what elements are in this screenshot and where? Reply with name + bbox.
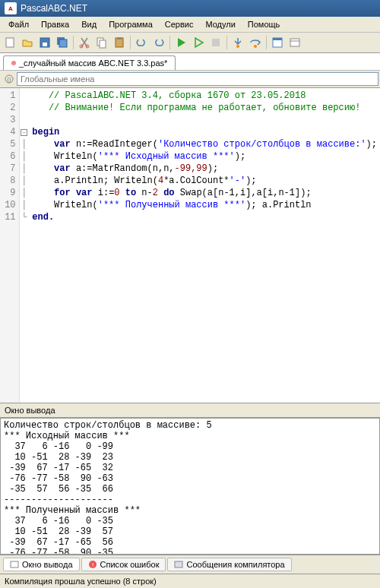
new-file-button[interactable] (2, 34, 18, 51)
code-area[interactable]: // PascalABC.NET 3.4, сборка 1670 от 23.… (29, 88, 380, 403)
svg-rect-15 (273, 38, 282, 40)
step-into-button[interactable] (230, 34, 246, 51)
svg-point-12 (236, 45, 239, 48)
bottom-tab-bar: Окно вывода ! Список ошибок Сообщения ко… (0, 555, 380, 574)
status-bar: Компиляция прошла успешно (8 строк) (0, 574, 380, 588)
tab-errors[interactable]: ! Список ошибок (81, 558, 166, 571)
title-bar: A PascalABC.NET (0, 0, 380, 17)
run-no-debug-button[interactable] (190, 34, 207, 51)
globals-icon: {} (3, 73, 15, 85)
app-logo-icon: A (5, 2, 17, 14)
tab-compiler[interactable]: Сообщения компилятора (167, 558, 291, 571)
menu-bar: Файл Правка Вид Программа Сервис Модули … (0, 17, 380, 33)
file-tab[interactable]: _случайный массив ABC.NET 3.3.pas* (3, 55, 176, 70)
menu-view[interactable]: Вид (76, 18, 102, 30)
save-all-button[interactable] (54, 34, 71, 51)
app-title: PascalABC.NET (21, 3, 87, 14)
svg-rect-23 (175, 561, 182, 567)
fold-gutter: −││││││└ (20, 88, 30, 403)
paste-button[interactable] (111, 34, 128, 51)
svg-rect-0 (6, 38, 14, 47)
compiler-icon (174, 560, 183, 569)
svg-rect-8 (100, 40, 106, 48)
menu-program[interactable]: Программа (103, 18, 158, 30)
svg-point-13 (254, 45, 257, 48)
search-bar: {} (0, 71, 380, 88)
cut-button[interactable] (76, 34, 93, 51)
globals-input[interactable] (17, 72, 378, 86)
tab-output[interactable]: Окно вывода (3, 558, 80, 571)
menu-edit[interactable]: Правка (36, 18, 74, 30)
output-panel-title: Окно вывода (0, 403, 380, 418)
form-button[interactable] (269, 34, 286, 51)
output-icon (10, 560, 19, 569)
output-panel[interactable]: Количество строк/столбцов в массиве: 5 *… (0, 418, 380, 555)
svg-rect-10 (117, 37, 122, 40)
run-button[interactable] (173, 34, 189, 51)
svg-text:!: ! (91, 561, 93, 568)
toolbar (0, 33, 380, 53)
save-button[interactable] (36, 34, 53, 51)
tab-bar: _случайный массив ABC.NET 3.3.pas* (0, 53, 380, 71)
errors-icon: ! (88, 560, 97, 569)
svg-rect-4 (59, 40, 67, 47)
svg-text:{}: {} (7, 76, 11, 83)
undo-button[interactable] (133, 34, 150, 51)
module-button[interactable] (287, 34, 303, 51)
tab-label: _случайный массив ABC.NET 3.3.pas* (19, 58, 167, 68)
svg-rect-20 (11, 561, 18, 567)
step-over-button[interactable] (247, 34, 264, 51)
svg-rect-16 (290, 39, 299, 46)
copy-button[interactable] (93, 34, 110, 51)
line-gutter: 1234567891011 (0, 88, 20, 403)
menu-help[interactable]: Помощь (242, 18, 286, 30)
svg-rect-2 (43, 43, 47, 46)
menu-file[interactable]: Файл (3, 18, 34, 30)
open-button[interactable] (19, 34, 36, 51)
redo-button[interactable] (150, 34, 167, 51)
svg-rect-11 (212, 39, 220, 46)
code-editor[interactable]: 1234567891011 −││││││└ // PascalABC.NET … (0, 88, 380, 403)
modified-dot-icon (11, 61, 16, 65)
stop-button[interactable] (207, 34, 224, 51)
menu-modules[interactable]: Модули (200, 18, 240, 30)
menu-service[interactable]: Сервис (160, 18, 199, 30)
